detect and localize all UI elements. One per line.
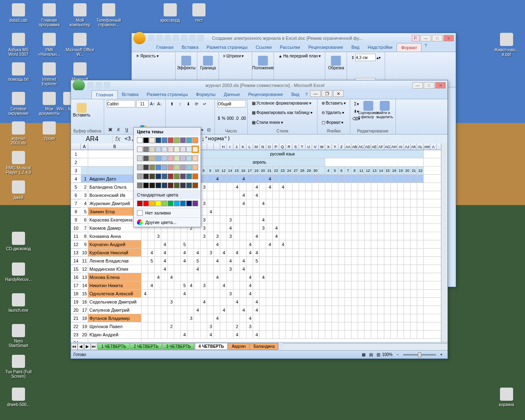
tab-Разметка страницы[interactable]: Разметка страницы bbox=[143, 90, 192, 99]
delete-cells-button[interactable]: ⊖ Удалить ▾ bbox=[320, 110, 347, 116]
desktop-icon[interactable]: Nero StartSmart bbox=[4, 324, 33, 348]
desktop-icon[interactable]: УМК «Начальн... bbox=[35, 33, 64, 57]
desktop-icon[interactable]: launch.exe bbox=[4, 293, 33, 313]
color-swatch[interactable] bbox=[192, 201, 198, 206]
maximize-button[interactable]: □ bbox=[432, 35, 443, 41]
page-layout-view-icon[interactable]: ▤ bbox=[367, 351, 374, 358]
desktop-icon[interactable]: HandyRecov... bbox=[4, 262, 33, 282]
color-swatch[interactable] bbox=[149, 137, 155, 143]
desktop-icon[interactable]: Microsoft Office W... bbox=[66, 33, 94, 57]
normal-view-icon[interactable]: ▦ bbox=[360, 351, 367, 358]
close-button[interactable]: ✕ bbox=[435, 82, 446, 89]
first-sheet-button[interactable]: ⏮ bbox=[71, 343, 78, 350]
desktop-icon[interactable]: Телефонный справочн... bbox=[94, 3, 123, 27]
desktop-icon[interactable]: тест bbox=[185, 3, 213, 23]
autosum-icon[interactable]: Σ▾ bbox=[353, 100, 360, 107]
desktop-icon[interactable]: Мой компьютер bbox=[66, 3, 94, 27]
doc-restore-button[interactable]: ❐ bbox=[322, 90, 332, 97]
tab-Формулы[interactable]: Формулы bbox=[192, 90, 220, 99]
color-swatch[interactable] bbox=[155, 146, 161, 152]
tab-Надстройки[interactable]: Надстройки bbox=[364, 43, 397, 52]
color-swatch[interactable] bbox=[180, 137, 186, 143]
help-icon[interactable]: ? bbox=[422, 43, 430, 52]
zoom-out-button[interactable]: − bbox=[394, 351, 402, 358]
color-swatch[interactable] bbox=[155, 201, 161, 206]
orientation-icon[interactable]: ⟳ bbox=[193, 100, 200, 107]
color-swatch[interactable] bbox=[174, 137, 180, 143]
save-icon[interactable] bbox=[148, 35, 155, 41]
color-swatch[interactable] bbox=[174, 146, 180, 152]
color-swatch[interactable] bbox=[143, 146, 149, 152]
desktop-icon[interactable]: журнал 2003.xls bbox=[4, 121, 33, 145]
tab-Вставка[interactable]: Вставка bbox=[118, 90, 143, 99]
font-select[interactable] bbox=[107, 100, 135, 107]
color-swatch[interactable] bbox=[143, 183, 149, 188]
color-swatch[interactable] bbox=[168, 155, 173, 161]
color-swatch[interactable] bbox=[180, 164, 186, 170]
color-swatch[interactable] bbox=[186, 173, 192, 179]
minimize-button[interactable]: — bbox=[412, 82, 423, 89]
cell-styles-button[interactable]: ▦ Стили ячеек ▾ bbox=[250, 119, 315, 126]
height-input[interactable]: ⇕ ▴▾ bbox=[349, 53, 382, 62]
grow-font-icon[interactable]: A↑ bbox=[149, 100, 156, 107]
color-swatch[interactable] bbox=[143, 164, 149, 170]
redo-icon[interactable] bbox=[164, 35, 171, 41]
tab-Рецензирование[interactable]: Рецензирование bbox=[244, 90, 287, 99]
tab-Ссылки[interactable]: Ссылки bbox=[252, 43, 276, 52]
desktop-icon[interactable]: помощь.txt bbox=[4, 62, 33, 82]
align-bottom-icon[interactable]: ⬇ bbox=[185, 100, 192, 107]
align-top-icon[interactable]: ⬆ bbox=[168, 100, 176, 107]
number-format-select[interactable] bbox=[217, 100, 246, 107]
effects-button[interactable]: Эффекты bbox=[178, 53, 194, 73]
color-swatch[interactable] bbox=[186, 201, 192, 206]
desktop-icon[interactable]: Уроки bbox=[35, 121, 64, 141]
color-swatch[interactable] bbox=[155, 173, 161, 179]
word-titlebar[interactable]: Создание электронного журнала в Excel.do… bbox=[132, 33, 456, 43]
inc-decimal-icon[interactable]: .0 bbox=[235, 114, 239, 122]
excel-titlebar[interactable]: журнал 2003.xls [Режим совместимости] - … bbox=[71, 80, 447, 90]
color-swatch[interactable] bbox=[137, 183, 143, 188]
merge-icon[interactable]: ⊡ bbox=[205, 126, 212, 133]
color-swatch[interactable] bbox=[192, 137, 198, 143]
color-swatch[interactable] bbox=[174, 183, 180, 188]
shrink-font-icon[interactable]: A↓ bbox=[156, 100, 163, 107]
draw-icon[interactable] bbox=[197, 35, 204, 41]
color-swatch[interactable] bbox=[162, 201, 167, 206]
color-swatch[interactable] bbox=[149, 183, 155, 188]
color-swatch[interactable] bbox=[186, 155, 192, 161]
brightness-button[interactable]: ☀ Яркость ▾ bbox=[134, 53, 173, 59]
color-swatch[interactable] bbox=[192, 183, 198, 188]
desktop-icon[interactable]: кроссворд bbox=[156, 3, 185, 23]
color-swatch[interactable] bbox=[162, 183, 167, 188]
desktop-icon[interactable]: drweb-500... bbox=[4, 388, 33, 407]
position-button[interactable]: Положение bbox=[255, 53, 271, 73]
color-swatch[interactable] bbox=[137, 201, 143, 206]
find-select-button[interactable]: Найти и выделить bbox=[377, 100, 393, 120]
color-swatch[interactable] bbox=[162, 164, 167, 170]
color-swatch[interactable] bbox=[155, 164, 161, 170]
tab-Данные[interactable]: Данные bbox=[219, 90, 244, 99]
color-swatch[interactable] bbox=[192, 155, 198, 161]
desktop-icon[interactable]: Азбука MS Word 2007 bbox=[4, 33, 33, 57]
desktop-icon[interactable]: CD-дисковод bbox=[4, 232, 33, 251]
tab-Главная[interactable]: Главная bbox=[91, 90, 118, 99]
color-swatch[interactable] bbox=[186, 146, 192, 152]
spellcheck-icon[interactable] bbox=[189, 35, 196, 41]
color-swatch[interactable] bbox=[155, 137, 161, 143]
prev-sheet-button[interactable]: ◀ bbox=[78, 343, 84, 350]
color-swatch[interactable] bbox=[192, 164, 198, 170]
color-swatch[interactable] bbox=[143, 155, 149, 161]
no-fill-item[interactable]: Нет заливки bbox=[134, 208, 201, 217]
color-swatch[interactable] bbox=[155, 183, 161, 188]
redo-icon[interactable] bbox=[104, 82, 110, 89]
color-swatch[interactable] bbox=[192, 173, 198, 179]
color-swatch[interactable] bbox=[180, 155, 186, 161]
bold-button[interactable]: Ж bbox=[107, 126, 114, 133]
desktop-icon[interactable]: RMG Musical Player 1.2.4.9 bbox=[4, 151, 33, 175]
help-icon[interactable]: ? bbox=[304, 90, 309, 99]
color-swatch[interactable] bbox=[155, 155, 161, 161]
italic-button[interactable]: К bbox=[115, 126, 122, 133]
tab-Рассылки[interactable]: Рассылки bbox=[276, 43, 304, 52]
color-swatch[interactable] bbox=[168, 146, 173, 152]
office-button-icon[interactable] bbox=[133, 32, 146, 44]
